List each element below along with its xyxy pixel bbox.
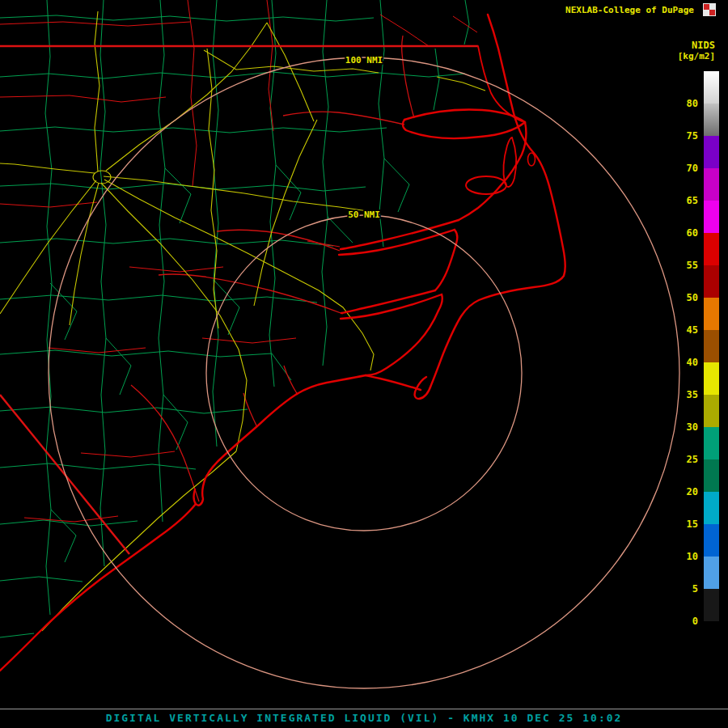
boundary-line — [380, 15, 429, 46]
boundary-line — [188, 0, 197, 186]
county-line — [213, 0, 218, 447]
road — [70, 183, 99, 325]
colorbar-segment — [704, 395, 719, 427]
product-id-label: NIDS — [692, 40, 715, 51]
product-units-label: [kg/m2] — [678, 51, 715, 61]
colorbar-segment — [704, 427, 719, 459]
roanoke-river — [283, 112, 404, 125]
bogue-banks — [297, 375, 366, 394]
county-line — [106, 338, 131, 395]
down-east-shore — [366, 311, 438, 375]
pamlico-sound-shore — [435, 243, 456, 290]
county-line — [384, 159, 409, 212]
new-river — [243, 393, 257, 427]
county-line — [269, 0, 276, 387]
boundary-line — [70, 95, 166, 102]
rivers — [131, 36, 414, 502]
county-line — [0, 295, 317, 303]
range-ring-label-50nmi: 50 NMI — [348, 210, 380, 220]
pamlico-river-south-shore — [339, 230, 457, 255]
colorbar-segment — [704, 557, 719, 589]
cape-fear-to-sc-coast — [0, 504, 196, 671]
colorbar-segment — [704, 330, 719, 362]
county-line — [100, 0, 106, 566]
range-ring-100nmi — [49, 57, 679, 688]
boundary-line — [129, 267, 223, 272]
cod-logo-icon — [702, 2, 717, 17]
road — [254, 120, 317, 306]
nc-sc-border — [0, 395, 129, 554]
colorbar-segment — [704, 589, 719, 621]
range-rings — [49, 57, 679, 688]
footer-divider — [0, 709, 728, 709]
county-line — [0, 350, 272, 357]
cod-logo-mark — [709, 10, 715, 15]
road — [0, 163, 95, 173]
colorbar-segment — [704, 233, 719, 265]
road — [0, 180, 96, 314]
boundary-line — [49, 348, 146, 353]
colorbar-segment — [704, 524, 719, 557]
shackleford-banks — [366, 375, 421, 390]
chowan-river — [402, 36, 414, 118]
boundary-line — [0, 95, 70, 97]
coastline — [0, 15, 565, 671]
county-line — [0, 15, 374, 21]
colorbar-segment — [704, 298, 719, 330]
colorbar-segment — [704, 459, 719, 492]
range-ring-label-100nmi: 100 NMI — [345, 55, 383, 66]
radar-display: 100 NMI 50 NMI NEXLAB-College of DuPage … — [0, 0, 728, 728]
southern-coast — [194, 394, 297, 506]
colorbar-segment — [704, 201, 719, 233]
colorbar-segment — [704, 265, 719, 298]
road — [95, 11, 99, 171]
county-line — [51, 510, 76, 562]
county-line — [328, 217, 353, 243]
county-line — [464, 0, 469, 44]
county-line — [276, 165, 301, 220]
neuse-river-inland — [159, 274, 343, 314]
range-ring-50nmi — [206, 215, 522, 531]
colorbar-segment — [704, 168, 719, 201]
outer-banks-coastline — [415, 15, 565, 399]
colorbar-segment — [704, 492, 719, 524]
county-line — [0, 577, 83, 582]
colorbar-segment — [704, 362, 719, 395]
colorbar-segment — [704, 71, 719, 104]
county-line — [0, 72, 465, 78]
county-line — [163, 395, 188, 450]
county-line — [434, 49, 439, 110]
county-line — [0, 633, 34, 637]
state-borders — [0, 46, 478, 554]
county-line — [0, 127, 387, 133]
county-line — [322, 0, 328, 366]
county-line — [159, 0, 165, 522]
radar-map: 100 NMI 50 NMI — [0, 0, 728, 728]
footer-caption: DIGITAL VERTICALLY INTEGRATED LIQUID (VI… — [0, 712, 728, 724]
colorbar-segment — [704, 136, 719, 168]
neuse-river-south-shore — [341, 294, 442, 319]
boundary-line — [81, 451, 175, 457]
roanoke-island — [528, 153, 535, 166]
page-title: NEXLAB-College of DuPage — [565, 5, 694, 15]
cod-logo-mark — [704, 4, 709, 10]
colorbar-segment — [704, 104, 719, 136]
county-line — [45, 0, 52, 615]
albemarle-sound-south-shore — [403, 120, 525, 138]
county-line — [0, 463, 196, 469]
colorbar-scale — [704, 71, 719, 621]
road — [106, 23, 267, 171]
boundary-line — [453, 16, 477, 32]
cape-fear-river — [131, 385, 199, 502]
boundary-line — [202, 338, 296, 343]
road — [104, 176, 374, 212]
